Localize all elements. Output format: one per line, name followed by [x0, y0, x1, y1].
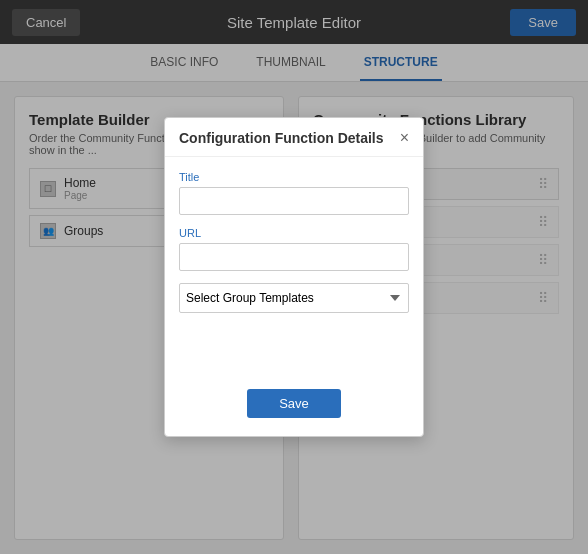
title-label: Title	[179, 171, 409, 183]
url-input[interactable]	[179, 243, 409, 271]
config-modal: Configuration Function Details × Title U…	[164, 117, 424, 437]
url-field-group: URL	[179, 227, 409, 271]
modal-footer: Save	[165, 339, 423, 436]
modal-save-button[interactable]: Save	[247, 389, 341, 418]
modal-body: Title URL Select Group Templates	[165, 157, 423, 339]
modal-close-button[interactable]: ×	[400, 130, 409, 146]
url-label: URL	[179, 227, 409, 239]
title-field-group: Title	[179, 171, 409, 215]
title-input[interactable]	[179, 187, 409, 215]
modal-header: Configuration Function Details ×	[165, 118, 423, 157]
dropdown-group: Select Group Templates	[179, 283, 409, 313]
modal-title: Configuration Function Details	[179, 130, 384, 146]
modal-overlay: Configuration Function Details × Title U…	[0, 0, 588, 554]
group-templates-dropdown[interactable]: Select Group Templates	[179, 283, 409, 313]
